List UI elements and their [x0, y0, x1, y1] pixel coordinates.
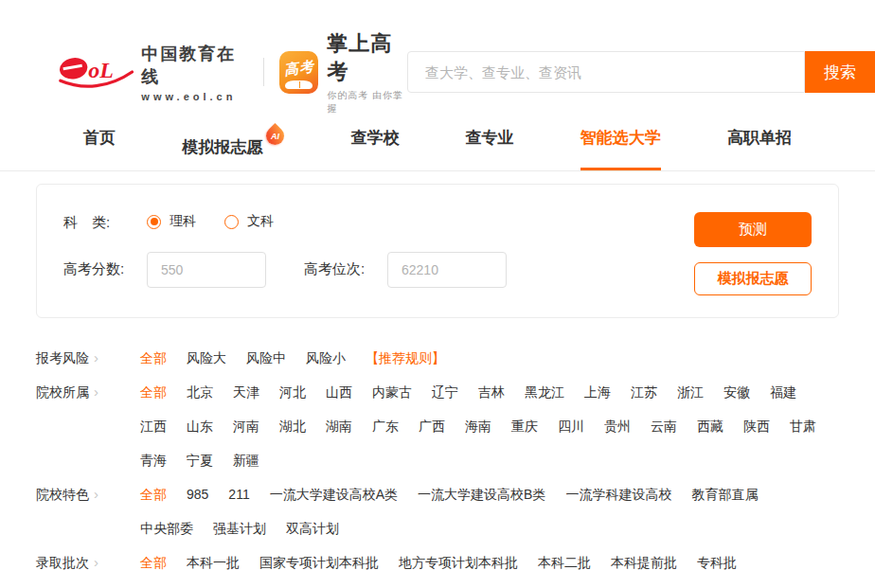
filter-option[interactable]: 广西	[419, 409, 445, 443]
ai-flame-icon: AI	[262, 123, 288, 149]
filter-option[interactable]: 985	[187, 477, 208, 511]
filter-option[interactable]: 全部	[140, 545, 167, 579]
filter-option[interactable]: 上海	[584, 375, 611, 409]
filter-option[interactable]: 风险中	[246, 341, 286, 375]
book-icon	[285, 80, 312, 89]
filter-row-3: 院校特色›全部985211一流大学建设高校A类一流大学建设高校B类一流学科建设高…	[36, 477, 839, 545]
filter-label[interactable]: 录取批次›	[36, 545, 140, 579]
filter-option[interactable]: 浙江	[677, 375, 704, 409]
brand-name: 中国教育在线	[141, 43, 246, 88]
filter-option[interactable]: 湖北	[279, 409, 306, 443]
search-input[interactable]	[407, 51, 805, 93]
filter-option[interactable]: 河南	[233, 409, 259, 443]
query-form-card: 科 类: 理科文科 高考分数: 高考位次: 预测 模拟报志愿	[36, 184, 839, 318]
site-logo[interactable]: oL 中国教育在线 www.eol.cn	[59, 43, 246, 102]
filter-option[interactable]: 本科二批	[538, 545, 591, 579]
nav-tab-3[interactable]: 查学校	[350, 117, 399, 170]
filter-option[interactable]: 吉林	[478, 375, 505, 409]
filter-option[interactable]: 西藏	[697, 409, 723, 443]
filter-option[interactable]: 江西	[140, 409, 167, 443]
filter-option[interactable]: 地方专项计划本科批	[399, 545, 518, 579]
filter-option[interactable]: 双高计划	[286, 511, 339, 545]
filter-option[interactable]: 新疆	[233, 443, 259, 477]
score-input[interactable]	[147, 252, 266, 288]
filter-option[interactable]: 一流大学建设高校A类	[270, 477, 398, 511]
filter-option[interactable]: 贵州	[604, 409, 631, 443]
filter-option[interactable]: 宁夏	[187, 443, 213, 477]
nav-tab-6[interactable]: 高职单招	[727, 117, 792, 170]
filter-option[interactable]: 一流学科建设高校	[565, 477, 671, 511]
brand-text: 中国教育在线 www.eol.cn	[141, 43, 246, 102]
filter-option[interactable]: 福建	[770, 375, 796, 409]
filter-option[interactable]: 甘肃	[790, 409, 816, 443]
filter-label-text: 报考风险	[36, 350, 89, 365]
filter-label-text: 院校特色	[36, 487, 89, 502]
simulate-apply-button[interactable]: 模拟报志愿	[694, 262, 812, 295]
nav-tab-2[interactable]: 模拟报志愿AI	[182, 117, 284, 170]
filter-option[interactable]: 山东	[187, 409, 213, 443]
eol-logo-icon: oL	[59, 50, 134, 94]
category-radio-2[interactable]: 文科	[224, 213, 274, 230]
header: oL 中国教育在线 www.eol.cn 高考 掌上高考 你的高考 由你掌握 搜…	[0, 0, 875, 97]
filter-option[interactable]: 山西	[326, 375, 352, 409]
filter-option[interactable]: 重庆	[511, 409, 538, 443]
radio-unchecked-icon	[224, 215, 239, 229]
filter-row-1: 报考风险›全部风险大风险中风险小【推荐规则】	[36, 341, 839, 375]
filter-option[interactable]: 黑龙江	[525, 375, 564, 409]
filter-option[interactable]: 全部	[140, 341, 167, 375]
app-brand[interactable]: 高考 掌上高考 你的高考 由你掌握	[279, 29, 407, 116]
filter-option[interactable]: 【推荐规则】	[366, 341, 445, 375]
nav-tab-4[interactable]: 查专业	[466, 117, 514, 170]
filter-option[interactable]: 天津	[233, 375, 259, 409]
filter-option[interactable]: 云南	[651, 409, 677, 443]
filter-label-text: 录取批次	[36, 555, 89, 570]
filter-option[interactable]: 本科提前批	[611, 545, 677, 579]
chevron-right-icon: ›	[94, 349, 98, 365]
filter-label[interactable]: 院校特色›	[36, 477, 140, 511]
filter-option[interactable]: 四川	[558, 409, 584, 443]
filter-option[interactable]: 海南	[465, 409, 491, 443]
filter-row-2: 院校所属›全部北京天津河北山西内蒙古辽宁吉林黑龙江上海江苏浙江安徽福建江西山东河…	[36, 375, 839, 477]
rank-input[interactable]	[387, 252, 507, 288]
filter-option[interactable]: 风险小	[306, 341, 346, 375]
filter-option[interactable]: 江苏	[631, 375, 657, 409]
search-button[interactable]: 搜索	[805, 51, 875, 93]
filter-option[interactable]: 湖南	[326, 409, 352, 443]
filter-option[interactable]: 国家专项计划本科批	[259, 545, 379, 579]
filter-option[interactable]: 风险大	[187, 341, 226, 375]
main-content: 科 类: 理科文科 高考分数: 高考位次: 预测 模拟报志愿 报考风险›全部风险…	[36, 184, 839, 588]
filter-label[interactable]: 报考风险›	[36, 341, 140, 375]
nav-tab-1[interactable]: 首页	[83, 117, 116, 170]
brand-url: www.eol.cn	[141, 91, 246, 102]
filter-option[interactable]: 安徽	[723, 375, 750, 409]
nav-tab-5[interactable]: 智能选大学	[580, 117, 661, 170]
filter-option[interactable]: 中央部委	[140, 511, 193, 545]
filter-option[interactable]: 一流大学建设高校B类	[418, 477, 545, 511]
filter-option[interactable]: 陕西	[743, 409, 770, 443]
predict-button[interactable]: 预测	[694, 212, 812, 247]
chevron-right-icon: ›	[94, 554, 98, 570]
filter-option[interactable]: 本科一批	[187, 545, 240, 579]
chevron-right-icon: ›	[94, 383, 98, 400]
radio-group: 理科文科	[147, 213, 302, 233]
filter-label-text: 院校所属	[36, 384, 89, 400]
filter-option[interactable]: 辽宁	[432, 375, 458, 409]
filter-option[interactable]: 河北	[279, 375, 306, 409]
filter-option[interactable]: 教育部直属	[691, 477, 758, 511]
app-text: 掌上高考 你的高考 由你掌握	[327, 29, 407, 116]
filter-option[interactable]: 青海	[140, 443, 167, 477]
score-label: 高考分数:	[63, 260, 147, 278]
gaokao-app-icon-text: 高考	[282, 57, 314, 79]
category-radio-1[interactable]: 理科	[147, 213, 196, 230]
filter-option[interactable]: 全部	[140, 477, 167, 511]
filter-option[interactable]: 强基计划	[213, 511, 266, 545]
radio-label: 理科	[170, 213, 196, 230]
filter-label[interactable]: 院校所属›	[36, 375, 140, 409]
filter-option[interactable]: 211	[228, 477, 249, 511]
app-slogan: 你的高考 由你掌握	[327, 89, 407, 116]
filter-option[interactable]: 内蒙古	[372, 375, 412, 409]
filter-option[interactable]: 全部	[140, 375, 167, 409]
filter-option[interactable]: 广东	[372, 409, 399, 443]
filter-option[interactable]: 专科批	[697, 545, 737, 579]
filter-option[interactable]: 北京	[187, 375, 213, 409]
